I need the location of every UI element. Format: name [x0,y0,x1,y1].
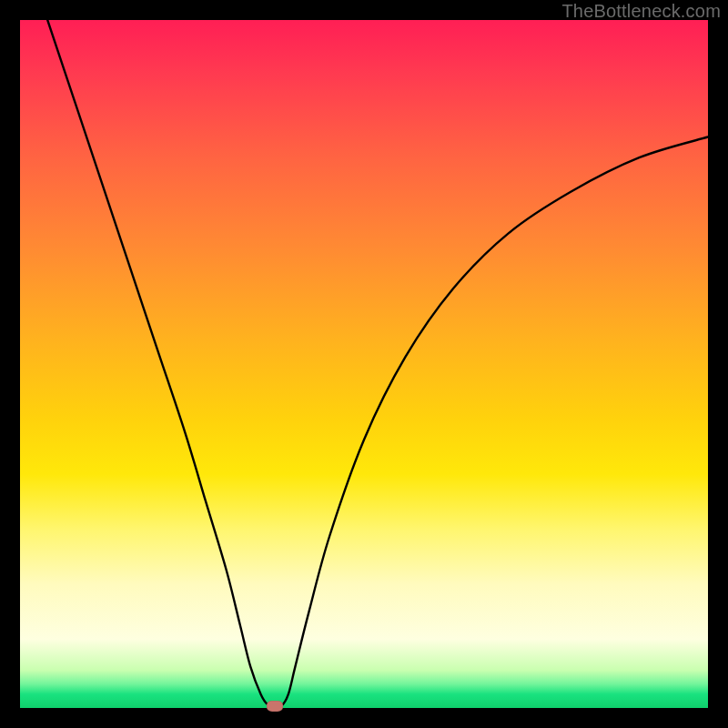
optimal-point-marker [267,701,283,712]
watermark-text: TheBottleneck.com [561,1,721,22]
chart-frame: TheBottleneck.com [0,0,728,728]
plot-area [20,20,708,708]
bottleneck-curve [20,20,708,708]
